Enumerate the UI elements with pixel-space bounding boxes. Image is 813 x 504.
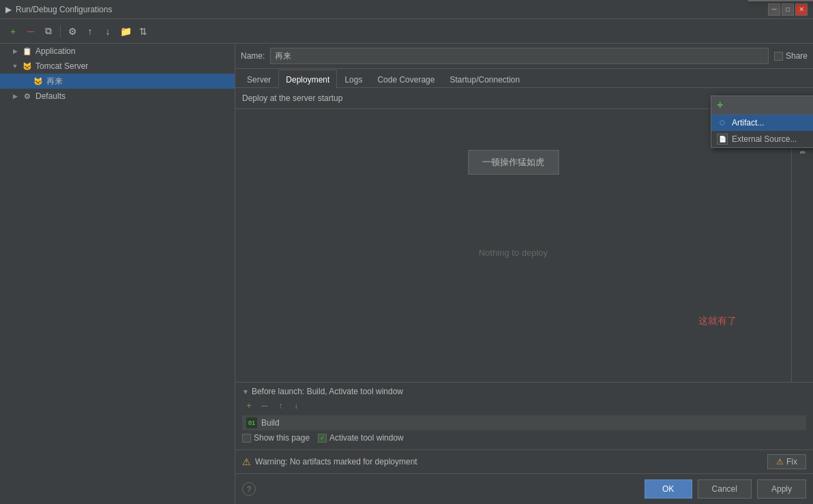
defaults-label: Defaults	[35, 91, 65, 101]
show-page-checkbox-item: Show this page	[242, 433, 310, 443]
arrow-icon-tomcat-child	[22, 77, 30, 85]
before-launch-title: Before launch: Build, Activate tool wind…	[252, 387, 403, 396]
settings-button[interactable]: ⚙	[65, 24, 80, 39]
tab-logs[interactable]: Logs	[337, 70, 370, 89]
apply-button[interactable]: Apply	[757, 479, 806, 499]
ok-button[interactable]: OK	[645, 479, 692, 499]
artifact-icon: ⬡	[717, 117, 728, 128]
bl-add-button[interactable]: +	[242, 399, 256, 413]
show-page-checkbox[interactable]	[242, 434, 251, 443]
deploy-content-wrapper: 一顿操作猛如虎 Nothing to deploy 这就有了 + ─ ✏	[235, 109, 813, 382]
build-row: 01 Build	[242, 415, 806, 430]
warning-bar: ⚠ Warning: No artifacts marked for deplo…	[235, 449, 813, 473]
before-launch-section: ▼ Before launch: Build, Activate tool wi…	[235, 382, 813, 449]
content-area: ▶ 📋 Application ▼ 🐱 Tomcat Server 🐱 再来 ▶…	[0, 44, 813, 504]
collapse-icon[interactable]: ▼	[242, 388, 249, 396]
deploy-action-button[interactable]: 一顿操作猛如虎	[468, 150, 559, 175]
arrow-icon-application: ▶	[11, 47, 19, 55]
red-annotation: 这就有了	[698, 315, 737, 327]
title-bar-text: Run/Debug Configurations	[16, 5, 112, 14]
cancel-button[interactable]: Cancel	[698, 479, 752, 499]
copy-config-button[interactable]: ⧉	[41, 24, 56, 39]
warning-icon: ⚠	[242, 456, 251, 467]
tree-item-tomcat[interactable]: ▼ 🐱 Tomcat Server	[0, 59, 235, 74]
minimize-button[interactable]: ─	[768, 3, 780, 16]
external-source-icon: 📄	[717, 134, 728, 145]
tomcat-child-icon: 🐱	[33, 76, 44, 87]
sort-button[interactable]: ⇅	[136, 24, 151, 39]
name-input[interactable]	[270, 48, 769, 64]
tab-code-coverage[interactable]: Code Coverage	[370, 70, 442, 89]
toolbar-separator-1	[60, 25, 61, 38]
dialog: + ─ ⧉ ⚙ ↑ ↓ 📁 ⇅ ▶ 📋 Application ▼ 🐱 Tomc…	[0, 19, 813, 504]
build-icon: 01	[246, 417, 257, 428]
activate-tool-checkbox[interactable]: ✓	[318, 434, 327, 443]
title-bar: ▶ Run/Debug Configurations ─ □ ✕	[0, 0, 813, 19]
help-button[interactable]: ?	[242, 482, 256, 496]
bl-down-button[interactable]: ↓	[289, 399, 303, 413]
external-source-label: External Source...	[732, 134, 797, 144]
share-label: Share	[786, 51, 808, 61]
build-label: Build	[261, 418, 280, 428]
add-config-button[interactable]: +	[5, 24, 20, 39]
left-panel: ▶ 📋 Application ▼ 🐱 Tomcat Server 🐱 再来 ▶…	[0, 44, 235, 504]
checkbox-row: Show this page ✓ Activate tool window	[242, 430, 806, 445]
activate-tool-label: Activate tool window	[329, 433, 404, 443]
dropdown-plus-header: +	[711, 96, 813, 115]
dropdown-external-source-item[interactable]: 📄 External Source...	[711, 131, 813, 147]
tab-startup-connection[interactable]: Startup/Connection	[442, 70, 527, 89]
arrow-icon-tomcat: ▼	[11, 62, 19, 70]
title-bar-left: ▶ Run/Debug Configurations	[5, 5, 112, 14]
tomcat-child-label: 再来	[46, 76, 63, 87]
remove-config-button[interactable]: ─	[23, 24, 38, 39]
tabs-bar: Server Deployment Logs Code Coverage Sta…	[235, 69, 813, 88]
configurations-toolbar: + ─ ⧉ ⚙ ↑ ↓ 📁 ⇅	[0, 19, 813, 44]
deployment-tab-content: Deploy at the server startup 一顿操作猛如虎 Not…	[235, 88, 813, 504]
dropdown-plus-icon: +	[717, 99, 723, 111]
fix-button[interactable]: ⚠ Fix	[767, 454, 806, 469]
artifact-label: Artifact...	[732, 118, 764, 128]
tree-item-application[interactable]: ▶ 📋 Application	[0, 44, 235, 59]
share-checkbox-row: Share	[774, 51, 808, 61]
before-launch-toolbar: + ─ ↑ ↓	[242, 399, 806, 413]
deploy-center: 一顿操作猛如虎 Nothing to deploy 这就有了	[235, 109, 791, 382]
warning-text: Warning: No artifacts marked for deploym…	[255, 457, 417, 466]
dropdown-overlay: + ⬡ Artifact... 📄 External Source...	[711, 95, 813, 148]
close-button[interactable]: ✕	[795, 3, 808, 16]
before-launch-header: ▼ Before launch: Build, Activate tool wi…	[242, 387, 806, 396]
fix-label: Fix	[786, 457, 797, 466]
move-up-button[interactable]: ↑	[83, 24, 98, 39]
maximize-button[interactable]: □	[782, 3, 794, 16]
name-row: Name: Share	[235, 44, 813, 69]
fix-icon: ⚠	[776, 457, 784, 466]
move-down-button[interactable]: ↓	[100, 24, 115, 39]
title-bar-icon: ▶	[5, 5, 12, 14]
tree-item-tomcat-child[interactable]: 🐱 再来	[0, 74, 235, 89]
name-label: Name:	[241, 51, 265, 61]
nothing-to-deploy-text: Nothing to deploy	[479, 248, 548, 258]
share-checkbox[interactable]	[774, 52, 783, 61]
bl-up-button[interactable]: ↑	[274, 399, 287, 413]
application-label: Application	[35, 46, 76, 56]
show-page-label: Show this page	[254, 433, 310, 443]
tomcat-label: Tomcat Server	[35, 61, 88, 71]
tomcat-icon: 🐱	[22, 61, 33, 72]
folder-button[interactable]: 📁	[118, 24, 133, 39]
activate-tool-checkbox-item: ✓ Activate tool window	[318, 433, 404, 443]
bl-remove-button[interactable]: ─	[258, 399, 271, 413]
tab-deployment[interactable]: Deployment	[278, 70, 337, 89]
tab-server[interactable]: Server	[239, 70, 278, 89]
side-toolbar: + ─ ✏	[791, 109, 813, 382]
bottom-bar: ? OK Cancel Apply	[235, 473, 813, 504]
tree-item-defaults[interactable]: ▶ ⚙ Defaults	[0, 89, 235, 104]
warning-left: ⚠ Warning: No artifacts marked for deplo…	[242, 456, 417, 467]
defaults-icon: ⚙	[22, 91, 33, 102]
arrow-icon-defaults: ▶	[11, 92, 19, 100]
title-bar-controls: ─ □ ✕	[768, 3, 808, 16]
dropdown-artifact-item[interactable]: ⬡ Artifact...	[711, 115, 813, 131]
application-icon: 📋	[22, 46, 33, 57]
